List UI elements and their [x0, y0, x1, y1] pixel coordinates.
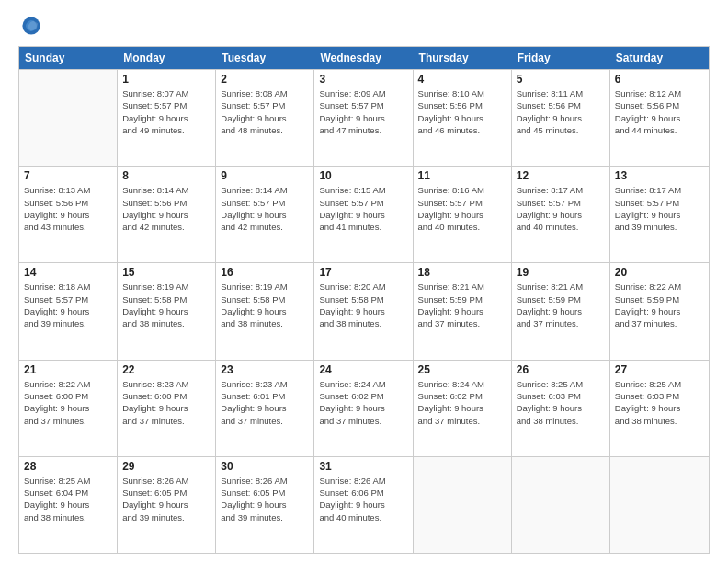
day-number: 29 — [122, 460, 210, 473]
calendar-cell: 12Sunrise: 8:17 AM Sunset: 5:57 PM Dayli… — [512, 167, 610, 262]
calendar-body: 1Sunrise: 8:07 AM Sunset: 5:57 PM Daylig… — [19, 69, 709, 553]
day-number: 9 — [221, 169, 309, 182]
page: SundayMondayTuesdayWednesdayThursdayFrid… — [0, 0, 728, 563]
day-number: 1 — [122, 73, 210, 86]
calendar-week: 14Sunrise: 8:18 AM Sunset: 5:57 PM Dayli… — [19, 262, 709, 359]
day-info: Sunrise: 8:19 AM Sunset: 5:58 PM Dayligh… — [221, 281, 309, 329]
calendar: SundayMondayTuesdayWednesdayThursdayFrid… — [18, 46, 710, 554]
calendar-week: 28Sunrise: 8:25 AM Sunset: 6:04 PM Dayli… — [19, 456, 709, 553]
day-number: 13 — [615, 169, 704, 182]
calendar-header: SundayMondayTuesdayWednesdayThursdayFrid… — [19, 47, 709, 69]
day-number: 22 — [122, 363, 210, 376]
calendar-week: 21Sunrise: 8:22 AM Sunset: 6:00 PM Dayli… — [19, 360, 709, 456]
day-number: 7 — [24, 169, 112, 182]
calendar-header-cell: Friday — [512, 47, 610, 69]
day-number: 25 — [418, 363, 506, 376]
calendar-cell: 20Sunrise: 8:22 AM Sunset: 5:59 PM Dayli… — [610, 263, 709, 359]
calendar-cell: 19Sunrise: 8:21 AM Sunset: 5:59 PM Dayli… — [512, 263, 610, 359]
day-number: 26 — [517, 363, 605, 376]
day-number: 8 — [122, 169, 210, 182]
day-info: Sunrise: 8:21 AM Sunset: 5:59 PM Dayligh… — [517, 281, 605, 329]
day-number: 18 — [418, 266, 506, 279]
calendar-header-cell: Thursday — [414, 47, 512, 69]
calendar-cell: 5Sunrise: 8:11 AM Sunset: 5:56 PM Daylig… — [512, 70, 610, 166]
calendar-week: 7Sunrise: 8:13 AM Sunset: 5:56 PM Daylig… — [19, 166, 709, 262]
calendar-cell: 25Sunrise: 8:24 AM Sunset: 6:02 PM Dayli… — [414, 361, 512, 456]
day-number: 5 — [517, 73, 605, 86]
day-info: Sunrise: 8:26 AM Sunset: 6:06 PM Dayligh… — [319, 475, 407, 523]
day-info: Sunrise: 8:26 AM Sunset: 6:05 PM Dayligh… — [122, 475, 210, 523]
day-info: Sunrise: 8:24 AM Sunset: 6:02 PM Dayligh… — [418, 378, 506, 427]
day-info: Sunrise: 8:10 AM Sunset: 5:56 PM Dayligh… — [418, 87, 506, 136]
day-info: Sunrise: 8:25 AM Sunset: 6:04 PM Dayligh… — [24, 475, 112, 523]
day-number: 11 — [418, 169, 506, 182]
calendar-cell: 27Sunrise: 8:25 AM Sunset: 6:03 PM Dayli… — [610, 361, 709, 456]
logo — [18, 15, 42, 37]
day-number: 14 — [24, 266, 112, 279]
day-info: Sunrise: 8:20 AM Sunset: 5:58 PM Dayligh… — [319, 281, 407, 329]
day-number: 10 — [319, 169, 407, 182]
day-number: 27 — [615, 363, 704, 376]
header — [18, 15, 710, 37]
calendar-cell: 16Sunrise: 8:19 AM Sunset: 5:58 PM Dayli… — [216, 263, 314, 359]
calendar-cell: 15Sunrise: 8:19 AM Sunset: 5:58 PM Dayli… — [118, 263, 216, 359]
day-info: Sunrise: 8:22 AM Sunset: 5:59 PM Dayligh… — [615, 281, 704, 329]
calendar-cell — [19, 70, 118, 166]
day-number: 31 — [319, 460, 407, 473]
calendar-cell — [414, 457, 512, 553]
day-info: Sunrise: 8:09 AM Sunset: 5:57 PM Dayligh… — [319, 87, 407, 136]
day-info: Sunrise: 8:21 AM Sunset: 5:59 PM Dayligh… — [418, 281, 506, 329]
day-info: Sunrise: 8:14 AM Sunset: 5:56 PM Dayligh… — [122, 184, 210, 233]
day-info: Sunrise: 8:19 AM Sunset: 5:58 PM Dayligh… — [122, 281, 210, 329]
day-number: 28 — [24, 460, 112, 473]
calendar-cell: 14Sunrise: 8:18 AM Sunset: 5:57 PM Dayli… — [19, 263, 118, 359]
day-info: Sunrise: 8:23 AM Sunset: 6:01 PM Dayligh… — [221, 378, 309, 427]
day-info: Sunrise: 8:25 AM Sunset: 6:03 PM Dayligh… — [615, 378, 704, 427]
calendar-cell — [610, 457, 709, 553]
calendar-cell: 22Sunrise: 8:23 AM Sunset: 6:00 PM Dayli… — [118, 361, 216, 456]
calendar-cell: 17Sunrise: 8:20 AM Sunset: 5:58 PM Dayli… — [314, 263, 413, 359]
calendar-cell: 31Sunrise: 8:26 AM Sunset: 6:06 PM Dayli… — [314, 457, 413, 553]
calendar-cell — [512, 457, 610, 553]
day-info: Sunrise: 8:18 AM Sunset: 5:57 PM Dayligh… — [24, 281, 112, 329]
calendar-cell: 18Sunrise: 8:21 AM Sunset: 5:59 PM Dayli… — [414, 263, 512, 359]
day-number: 16 — [221, 266, 309, 279]
day-info: Sunrise: 8:08 AM Sunset: 5:57 PM Dayligh… — [221, 87, 309, 136]
calendar-cell: 6Sunrise: 8:12 AM Sunset: 5:56 PM Daylig… — [610, 70, 709, 166]
day-info: Sunrise: 8:16 AM Sunset: 5:57 PM Dayligh… — [418, 184, 506, 233]
day-info: Sunrise: 8:13 AM Sunset: 5:56 PM Dayligh… — [24, 184, 112, 233]
day-info: Sunrise: 8:11 AM Sunset: 5:56 PM Dayligh… — [517, 87, 605, 136]
day-info: Sunrise: 8:17 AM Sunset: 5:57 PM Dayligh… — [615, 184, 704, 233]
calendar-cell: 10Sunrise: 8:15 AM Sunset: 5:57 PM Dayli… — [314, 167, 413, 262]
day-number: 20 — [615, 266, 704, 279]
day-info: Sunrise: 8:23 AM Sunset: 6:00 PM Dayligh… — [122, 378, 210, 427]
calendar-cell: 2Sunrise: 8:08 AM Sunset: 5:57 PM Daylig… — [216, 70, 314, 166]
calendar-cell: 26Sunrise: 8:25 AM Sunset: 6:03 PM Dayli… — [512, 361, 610, 456]
day-info: Sunrise: 8:14 AM Sunset: 5:57 PM Dayligh… — [221, 184, 309, 233]
calendar-cell: 23Sunrise: 8:23 AM Sunset: 6:01 PM Dayli… — [216, 361, 314, 456]
calendar-cell: 29Sunrise: 8:26 AM Sunset: 6:05 PM Dayli… — [118, 457, 216, 553]
calendar-header-cell: Tuesday — [216, 47, 314, 69]
calendar-cell: 7Sunrise: 8:13 AM Sunset: 5:56 PM Daylig… — [19, 167, 118, 262]
day-number: 17 — [319, 266, 407, 279]
calendar-cell: 11Sunrise: 8:16 AM Sunset: 5:57 PM Dayli… — [414, 167, 512, 262]
day-number: 4 — [418, 73, 506, 86]
calendar-header-cell: Monday — [118, 47, 216, 69]
day-info: Sunrise: 8:22 AM Sunset: 6:00 PM Dayligh… — [24, 378, 112, 427]
day-number: 23 — [221, 363, 309, 376]
day-info: Sunrise: 8:17 AM Sunset: 5:57 PM Dayligh… — [517, 184, 605, 233]
calendar-cell: 30Sunrise: 8:26 AM Sunset: 6:05 PM Dayli… — [216, 457, 314, 553]
logo-icon — [20, 15, 42, 37]
day-number: 21 — [24, 363, 112, 376]
day-number: 2 — [221, 73, 309, 86]
day-number: 15 — [122, 266, 210, 279]
calendar-cell: 1Sunrise: 8:07 AM Sunset: 5:57 PM Daylig… — [118, 70, 216, 166]
calendar-cell: 13Sunrise: 8:17 AM Sunset: 5:57 PM Dayli… — [610, 167, 709, 262]
calendar-cell: 4Sunrise: 8:10 AM Sunset: 5:56 PM Daylig… — [414, 70, 512, 166]
day-number: 12 — [517, 169, 605, 182]
day-info: Sunrise: 8:26 AM Sunset: 6:05 PM Dayligh… — [221, 475, 309, 523]
day-info: Sunrise: 8:15 AM Sunset: 5:57 PM Dayligh… — [319, 184, 407, 233]
day-number: 19 — [517, 266, 605, 279]
calendar-cell: 21Sunrise: 8:22 AM Sunset: 6:00 PM Dayli… — [19, 361, 118, 456]
day-info: Sunrise: 8:25 AM Sunset: 6:03 PM Dayligh… — [517, 378, 605, 427]
